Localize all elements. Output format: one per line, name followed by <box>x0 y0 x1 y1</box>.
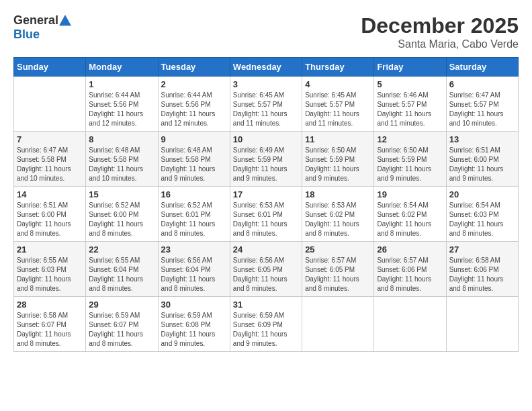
day-info: Sunrise: 6:55 AMSunset: 6:04 PMDaylight:… <box>89 256 154 293</box>
calendar-day-cell: 28Sunrise: 6:58 AMSunset: 6:07 PMDayligh… <box>14 297 86 352</box>
day-number: 25 <box>305 244 371 255</box>
logo-triangle-icon <box>59 15 71 27</box>
day-number: 31 <box>233 300 299 310</box>
month-title: December 2025 <box>361 13 519 38</box>
day-number: 8 <box>89 134 154 144</box>
day-info: Sunrise: 6:46 AMSunset: 5:57 PMDaylight:… <box>377 91 443 128</box>
calendar-day-cell: 24Sunrise: 6:56 AMSunset: 6:05 PMDayligh… <box>230 242 302 297</box>
calendar-week-row: 14Sunrise: 6:51 AMSunset: 6:00 PMDayligh… <box>14 187 519 242</box>
day-info: Sunrise: 6:59 AMSunset: 6:09 PMDaylight:… <box>233 311 299 349</box>
logo-general: General <box>13 13 58 28</box>
day-of-week-header: Friday <box>374 58 446 77</box>
day-info: Sunrise: 6:51 AMSunset: 6:00 PMDaylight:… <box>17 201 83 238</box>
day-of-week-header: Wednesday <box>230 58 302 77</box>
day-number: 28 <box>17 300 83 310</box>
calendar-day-cell <box>14 77 86 132</box>
day-number: 20 <box>449 189 515 199</box>
calendar-day-cell: 1Sunrise: 6:44 AMSunset: 5:56 PMDaylight… <box>86 77 158 132</box>
day-number: 17 <box>233 189 299 199</box>
day-number: 2 <box>161 79 227 89</box>
calendar-day-cell: 14Sunrise: 6:51 AMSunset: 6:00 PMDayligh… <box>14 187 86 242</box>
calendar-day-cell: 20Sunrise: 6:54 AMSunset: 6:03 PMDayligh… <box>446 187 518 242</box>
day-info: Sunrise: 6:52 AMSunset: 6:01 PMDaylight:… <box>161 201 227 238</box>
day-info: Sunrise: 6:47 AMSunset: 5:57 PMDaylight:… <box>449 91 515 128</box>
day-number: 15 <box>89 189 154 199</box>
day-number: 7 <box>17 134 83 144</box>
calendar-day-cell: 13Sunrise: 6:51 AMSunset: 6:00 PMDayligh… <box>446 132 518 187</box>
calendar-day-cell: 26Sunrise: 6:57 AMSunset: 6:06 PMDayligh… <box>374 242 446 297</box>
calendar-day-cell: 31Sunrise: 6:59 AMSunset: 6:09 PMDayligh… <box>230 297 302 352</box>
calendar-day-cell: 18Sunrise: 6:53 AMSunset: 6:02 PMDayligh… <box>302 187 374 242</box>
page-header: General Blue December 2025 Santa Maria, … <box>13 13 519 50</box>
day-info: Sunrise: 6:44 AMSunset: 5:56 PMDaylight:… <box>161 91 227 128</box>
calendar-day-cell: 7Sunrise: 6:47 AMSunset: 5:58 PMDaylight… <box>14 132 86 187</box>
day-info: Sunrise: 6:47 AMSunset: 5:58 PMDaylight:… <box>17 146 83 183</box>
calendar-day-cell: 29Sunrise: 6:59 AMSunset: 6:07 PMDayligh… <box>86 297 158 352</box>
day-number: 1 <box>89 79 154 89</box>
calendar-day-cell: 16Sunrise: 6:52 AMSunset: 6:01 PMDayligh… <box>158 187 230 242</box>
calendar-day-cell: 12Sunrise: 6:50 AMSunset: 5:59 PMDayligh… <box>374 132 446 187</box>
day-info: Sunrise: 6:58 AMSunset: 6:06 PMDaylight:… <box>449 256 515 293</box>
day-number: 11 <box>305 134 371 144</box>
day-number: 23 <box>161 244 227 255</box>
calendar-header-row: SundayMondayTuesdayWednesdayThursdayFrid… <box>14 58 519 77</box>
day-info: Sunrise: 6:48 AMSunset: 5:58 PMDaylight:… <box>89 146 154 183</box>
day-info: Sunrise: 6:56 AMSunset: 6:04 PMDaylight:… <box>161 256 227 293</box>
day-number: 30 <box>161 300 227 310</box>
calendar-week-row: 1Sunrise: 6:44 AMSunset: 5:56 PMDaylight… <box>14 77 519 132</box>
day-info: Sunrise: 6:48 AMSunset: 5:58 PMDaylight:… <box>161 146 227 183</box>
day-number: 18 <box>305 189 371 199</box>
calendar-day-cell <box>374 297 446 352</box>
day-info: Sunrise: 6:54 AMSunset: 6:03 PMDaylight:… <box>449 201 515 238</box>
day-number: 26 <box>377 244 443 255</box>
calendar-day-cell: 15Sunrise: 6:52 AMSunset: 6:00 PMDayligh… <box>86 187 158 242</box>
calendar-day-cell: 10Sunrise: 6:49 AMSunset: 5:59 PMDayligh… <box>230 132 302 187</box>
day-info: Sunrise: 6:50 AMSunset: 5:59 PMDaylight:… <box>377 146 443 183</box>
day-number: 3 <box>233 79 299 89</box>
calendar-day-cell: 6Sunrise: 6:47 AMSunset: 5:57 PMDaylight… <box>446 77 518 132</box>
calendar-day-cell: 25Sunrise: 6:57 AMSunset: 6:05 PMDayligh… <box>302 242 374 297</box>
day-info: Sunrise: 6:45 AMSunset: 5:57 PMDaylight:… <box>305 91 371 128</box>
calendar-day-cell: 11Sunrise: 6:50 AMSunset: 5:59 PMDayligh… <box>302 132 374 187</box>
day-info: Sunrise: 6:59 AMSunset: 6:08 PMDaylight:… <box>161 311 227 349</box>
calendar-day-cell <box>302 297 374 352</box>
day-number: 29 <box>89 300 154 310</box>
day-info: Sunrise: 6:57 AMSunset: 6:05 PMDaylight:… <box>305 256 371 293</box>
calendar-table: SundayMondayTuesdayWednesdayThursdayFrid… <box>13 57 519 352</box>
day-info: Sunrise: 6:53 AMSunset: 6:02 PMDaylight:… <box>305 201 371 238</box>
location-title: Santa Maria, Cabo Verde <box>361 38 519 50</box>
day-info: Sunrise: 6:51 AMSunset: 6:00 PMDaylight:… <box>449 146 515 183</box>
day-number: 27 <box>449 244 515 255</box>
day-info: Sunrise: 6:59 AMSunset: 6:07 PMDaylight:… <box>89 311 154 349</box>
calendar-day-cell: 30Sunrise: 6:59 AMSunset: 6:08 PMDayligh… <box>158 297 230 352</box>
calendar-day-cell: 23Sunrise: 6:56 AMSunset: 6:04 PMDayligh… <box>158 242 230 297</box>
calendar-day-cell: 9Sunrise: 6:48 AMSunset: 5:58 PMDaylight… <box>158 132 230 187</box>
calendar-day-cell: 17Sunrise: 6:53 AMSunset: 6:01 PMDayligh… <box>230 187 302 242</box>
day-info: Sunrise: 6:49 AMSunset: 5:59 PMDaylight:… <box>233 146 299 183</box>
day-number: 22 <box>89 244 154 255</box>
day-info: Sunrise: 6:56 AMSunset: 6:05 PMDaylight:… <box>233 256 299 293</box>
calendar-day-cell: 2Sunrise: 6:44 AMSunset: 5:56 PMDaylight… <box>158 77 230 132</box>
day-number: 12 <box>377 134 443 144</box>
day-number: 14 <box>17 189 83 199</box>
calendar-day-cell: 4Sunrise: 6:45 AMSunset: 5:57 PMDaylight… <box>302 77 374 132</box>
day-of-week-header: Monday <box>86 58 158 77</box>
calendar-day-cell: 8Sunrise: 6:48 AMSunset: 5:58 PMDaylight… <box>86 132 158 187</box>
calendar-body: 1Sunrise: 6:44 AMSunset: 5:56 PMDaylight… <box>14 77 519 352</box>
calendar-day-cell <box>446 297 518 352</box>
day-of-week-header: Tuesday <box>158 58 230 77</box>
logo-blue: Blue <box>13 28 40 42</box>
day-number: 4 <box>305 79 371 89</box>
calendar-day-cell: 22Sunrise: 6:55 AMSunset: 6:04 PMDayligh… <box>86 242 158 297</box>
calendar-day-cell: 3Sunrise: 6:45 AMSunset: 5:57 PMDaylight… <box>230 77 302 132</box>
day-info: Sunrise: 6:50 AMSunset: 5:59 PMDaylight:… <box>305 146 371 183</box>
calendar-day-cell: 21Sunrise: 6:55 AMSunset: 6:03 PMDayligh… <box>14 242 86 297</box>
day-of-week-header: Sunday <box>14 58 86 77</box>
day-number: 13 <box>449 134 515 144</box>
day-info: Sunrise: 6:54 AMSunset: 6:02 PMDaylight:… <box>377 201 443 238</box>
day-info: Sunrise: 6:44 AMSunset: 5:56 PMDaylight:… <box>89 91 154 128</box>
title-block: December 2025 Santa Maria, Cabo Verde <box>361 13 519 50</box>
day-number: 9 <box>161 134 227 144</box>
calendar-week-row: 28Sunrise: 6:58 AMSunset: 6:07 PMDayligh… <box>14 297 519 352</box>
day-info: Sunrise: 6:52 AMSunset: 6:00 PMDaylight:… <box>89 201 154 238</box>
